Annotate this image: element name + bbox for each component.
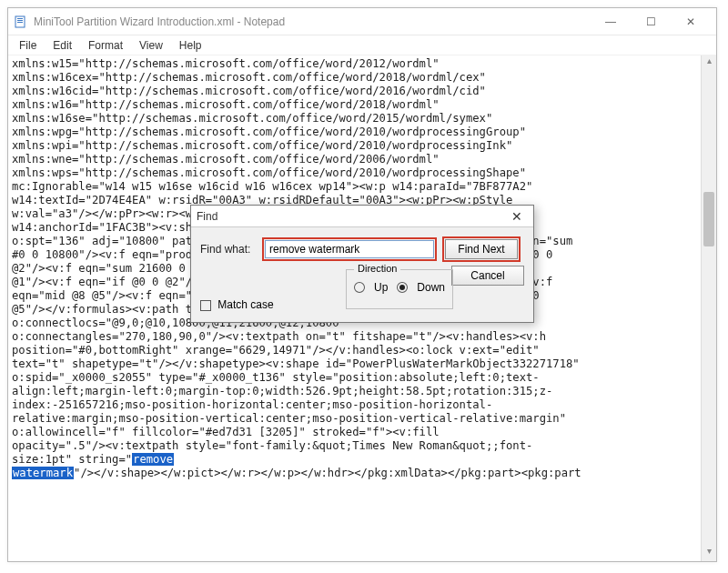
- find-dialog: Find ✕ Find what: Find Next Cancel Direc…: [190, 205, 534, 323]
- editor-text-post: "/></v:shape></w:pict></w:r></w:p></w:hd…: [74, 467, 581, 479]
- radio-up[interactable]: [354, 282, 365, 293]
- svg-rect-2: [17, 20, 23, 21]
- maximize-button[interactable]: ☐: [631, 8, 671, 35]
- menu-format[interactable]: Format: [81, 37, 130, 54]
- menu-file[interactable]: File: [12, 37, 44, 54]
- match-case-row: Match case: [200, 298, 274, 311]
- find-next-button[interactable]: Find Next: [445, 239, 518, 259]
- find-what-input[interactable]: [265, 240, 434, 258]
- find-input-highlight: [262, 237, 437, 261]
- find-dialog-title: Find: [197, 210, 506, 223]
- find-dialog-titlebar: Find ✕: [191, 206, 533, 227]
- menu-view[interactable]: View: [132, 37, 170, 54]
- svg-rect-3: [17, 22, 23, 23]
- cancel-button[interactable]: Cancel: [451, 266, 524, 286]
- menu-help[interactable]: Help: [172, 37, 209, 54]
- find-dialog-body: Find what: Find Next Cancel Direction Up…: [191, 227, 533, 271]
- menubar: File Edit Format View Help: [8, 35, 716, 55]
- match-case-label: Match case: [217, 298, 273, 311]
- titlebar: MiniTool Partition Wizard Introduction.x…: [8, 8, 716, 35]
- find-what-label: Find what:: [200, 243, 257, 256]
- notepad-window: MiniTool Partition Wizard Introduction.x…: [7, 7, 717, 562]
- match-case-checkbox[interactable]: [200, 300, 211, 311]
- radio-down-label: Down: [417, 281, 445, 294]
- close-button[interactable]: ✕: [671, 8, 711, 35]
- app-icon: [14, 15, 28, 29]
- selection-highlight-1: remove: [132, 453, 174, 466]
- scroll-thumb[interactable]: [703, 192, 714, 246]
- scroll-down-arrow[interactable]: ▾: [702, 546, 716, 561]
- radio-up-label: Up: [374, 281, 388, 294]
- find-next-highlight: Find Next: [442, 236, 521, 262]
- scroll-up-arrow[interactable]: ▴: [702, 55, 716, 71]
- window-title: MiniTool Partition Wizard Introduction.x…: [34, 15, 591, 28]
- find-close-button[interactable]: ✕: [506, 209, 528, 224]
- direction-group: Direction Up Down: [346, 269, 453, 309]
- selection-highlight-2: watermark: [12, 467, 74, 479]
- menu-edit[interactable]: Edit: [46, 37, 79, 54]
- direction-legend: Direction: [354, 263, 400, 274]
- window-controls: — ☐ ✕: [591, 8, 711, 35]
- vertical-scrollbar[interactable]: ▴ ▾: [701, 55, 716, 561]
- minimize-button[interactable]: —: [591, 8, 631, 35]
- radio-down[interactable]: [397, 282, 408, 293]
- svg-rect-1: [17, 18, 23, 19]
